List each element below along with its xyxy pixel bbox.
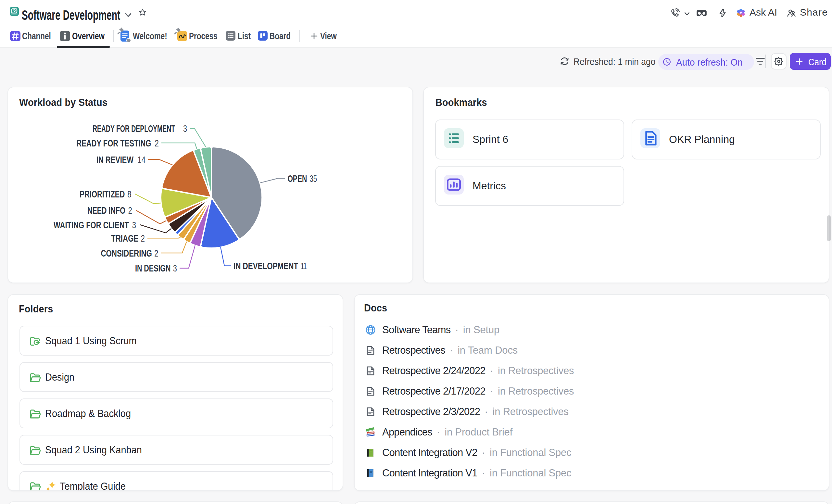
- svg-text:2: 2: [128, 205, 132, 216]
- svg-text:3: 3: [173, 263, 177, 273]
- svg-text:OPEN: OPEN: [287, 173, 307, 184]
- svg-text:14: 14: [138, 154, 146, 165]
- svg-text:35: 35: [310, 173, 317, 184]
- svg-text:IN REVIEW: IN REVIEW: [97, 154, 133, 165]
- svg-text:READY FOR DEPLOYMENT: READY FOR DEPLOYMENT: [93, 123, 175, 134]
- svg-text:8: 8: [127, 189, 131, 200]
- svg-text:2: 2: [154, 248, 158, 259]
- svg-text:TRIAGE: TRIAGE: [111, 233, 138, 243]
- svg-text:3: 3: [132, 219, 136, 230]
- svg-text:WAITING FOR CLIENT: WAITING FOR CLIENT: [54, 219, 129, 230]
- svg-text:11: 11: [301, 261, 307, 271]
- svg-text:2: 2: [141, 233, 145, 243]
- svg-text:CONSIDERING: CONSIDERING: [101, 248, 152, 259]
- svg-text:3: 3: [183, 123, 187, 134]
- svg-text:2: 2: [155, 138, 159, 149]
- svg-text:IN DEVELOPMENT: IN DEVELOPMENT: [233, 261, 298, 271]
- svg-text:NEED INFO: NEED INFO: [87, 205, 125, 216]
- svg-text:READY FOR TESTING: READY FOR TESTING: [76, 138, 151, 149]
- svg-text:PRIORITIZED: PRIORITIZED: [80, 189, 125, 200]
- svg-text:IN DESIGN: IN DESIGN: [135, 263, 171, 273]
